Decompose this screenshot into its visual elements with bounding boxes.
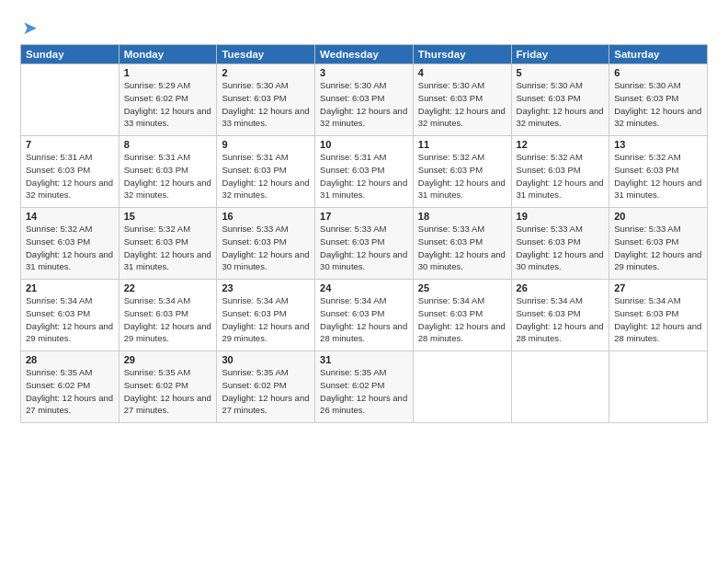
logo: ➤ <box>20 17 38 39</box>
calendar-cell: 12Sunrise: 5:32 AM Sunset: 6:03 PM Dayli… <box>511 136 609 208</box>
week-row-3: 14Sunrise: 5:32 AM Sunset: 6:03 PM Dayli… <box>21 208 708 280</box>
calendar-cell: 4Sunrise: 5:30 AM Sunset: 6:03 PM Daylig… <box>413 64 511 136</box>
day-number: 3 <box>320 67 408 78</box>
day-number: 11 <box>418 139 506 150</box>
day-number: 25 <box>418 282 506 293</box>
calendar-cell: 2Sunrise: 5:30 AM Sunset: 6:03 PM Daylig… <box>217 64 315 136</box>
calendar-cell: 3Sunrise: 5:30 AM Sunset: 6:03 PM Daylig… <box>315 64 414 136</box>
day-number: 12 <box>517 139 605 150</box>
day-info: Sunrise: 5:33 AM Sunset: 6:03 PM Dayligh… <box>517 223 605 273</box>
day-info: Sunrise: 5:30 AM Sunset: 6:03 PM Dayligh… <box>222 79 310 130</box>
day-info: Sunrise: 5:35 AM Sunset: 6:02 PM Dayligh… <box>124 366 212 417</box>
day-number: 20 <box>614 211 702 222</box>
day-number: 6 <box>614 67 702 78</box>
calendar-cell: 18Sunrise: 5:33 AM Sunset: 6:03 PM Dayli… <box>413 208 511 280</box>
calendar-cell: 23Sunrise: 5:34 AM Sunset: 6:03 PM Dayli… <box>217 280 315 351</box>
page: ➤ SundayMondayTuesdayWednesdayThursdayFr… <box>0 0 728 432</box>
calendar-cell: 30Sunrise: 5:35 AM Sunset: 6:02 PM Dayli… <box>217 351 315 423</box>
calendar-cell <box>609 351 708 423</box>
week-row-5: 28Sunrise: 5:35 AM Sunset: 6:02 PM Dayli… <box>21 351 708 423</box>
day-info: Sunrise: 5:31 AM Sunset: 6:03 PM Dayligh… <box>26 151 114 201</box>
day-number: 24 <box>320 282 408 293</box>
day-info: Sunrise: 5:35 AM Sunset: 6:02 PM Dayligh… <box>222 366 310 417</box>
day-number: 22 <box>124 282 212 293</box>
calendar-cell <box>413 351 511 423</box>
day-number: 8 <box>124 139 212 150</box>
day-number: 16 <box>222 211 310 222</box>
calendar-cell: 21Sunrise: 5:34 AM Sunset: 6:03 PM Dayli… <box>21 280 119 351</box>
calendar-cell: 8Sunrise: 5:31 AM Sunset: 6:03 PM Daylig… <box>119 136 217 208</box>
day-number: 2 <box>222 67 310 78</box>
day-number: 18 <box>418 211 506 222</box>
day-info: Sunrise: 5:35 AM Sunset: 6:02 PM Dayligh… <box>26 366 114 417</box>
day-info: Sunrise: 5:30 AM Sunset: 6:03 PM Dayligh… <box>320 79 408 130</box>
week-row-2: 7Sunrise: 5:31 AM Sunset: 6:03 PM Daylig… <box>21 136 708 208</box>
calendar-cell: 22Sunrise: 5:34 AM Sunset: 6:03 PM Dayli… <box>119 280 217 351</box>
day-number: 29 <box>124 354 212 365</box>
day-info: Sunrise: 5:34 AM Sunset: 6:03 PM Dayligh… <box>517 294 605 345</box>
day-info: Sunrise: 5:32 AM Sunset: 6:03 PM Dayligh… <box>418 151 506 201</box>
logo-bird-icon: ➤ <box>22 17 38 39</box>
day-info: Sunrise: 5:30 AM Sunset: 6:03 PM Dayligh… <box>418 79 506 130</box>
day-header-tuesday: Tuesday <box>217 45 315 64</box>
day-header-saturday: Saturday <box>609 45 708 64</box>
day-number: 13 <box>614 139 702 150</box>
calendar-cell <box>511 351 609 423</box>
day-number: 10 <box>320 139 408 150</box>
day-info: Sunrise: 5:34 AM Sunset: 6:03 PM Dayligh… <box>320 294 408 345</box>
calendar-cell: 6Sunrise: 5:30 AM Sunset: 6:03 PM Daylig… <box>609 64 708 136</box>
day-info: Sunrise: 5:30 AM Sunset: 6:03 PM Dayligh… <box>517 79 605 130</box>
calendar-cell: 11Sunrise: 5:32 AM Sunset: 6:03 PM Dayli… <box>413 136 511 208</box>
header: ➤ <box>20 17 708 39</box>
week-row-4: 21Sunrise: 5:34 AM Sunset: 6:03 PM Dayli… <box>21 280 708 351</box>
day-header-sunday: Sunday <box>21 45 119 64</box>
day-info: Sunrise: 5:32 AM Sunset: 6:03 PM Dayligh… <box>26 223 114 273</box>
calendar-cell: 24Sunrise: 5:34 AM Sunset: 6:03 PM Dayli… <box>315 280 414 351</box>
day-header-wednesday: Wednesday <box>315 45 414 64</box>
day-info: Sunrise: 5:31 AM Sunset: 6:03 PM Dayligh… <box>320 151 408 201</box>
calendar-cell: 7Sunrise: 5:31 AM Sunset: 6:03 PM Daylig… <box>21 136 119 208</box>
day-info: Sunrise: 5:33 AM Sunset: 6:03 PM Dayligh… <box>222 223 310 273</box>
day-info: Sunrise: 5:33 AM Sunset: 6:03 PM Dayligh… <box>320 223 408 273</box>
calendar-cell: 17Sunrise: 5:33 AM Sunset: 6:03 PM Dayli… <box>315 208 414 280</box>
day-info: Sunrise: 5:34 AM Sunset: 6:03 PM Dayligh… <box>614 294 702 345</box>
day-info: Sunrise: 5:34 AM Sunset: 6:03 PM Dayligh… <box>124 294 212 345</box>
day-info: Sunrise: 5:32 AM Sunset: 6:03 PM Dayligh… <box>614 151 702 201</box>
calendar-cell: 26Sunrise: 5:34 AM Sunset: 6:03 PM Dayli… <box>511 280 609 351</box>
day-header-thursday: Thursday <box>413 45 511 64</box>
calendar-cell: 10Sunrise: 5:31 AM Sunset: 6:03 PM Dayli… <box>315 136 414 208</box>
day-number: 28 <box>26 354 114 365</box>
calendar-cell: 25Sunrise: 5:34 AM Sunset: 6:03 PM Dayli… <box>413 280 511 351</box>
day-info: Sunrise: 5:29 AM Sunset: 6:02 PM Dayligh… <box>124 79 212 130</box>
day-number: 26 <box>517 282 605 293</box>
day-number: 4 <box>418 67 506 78</box>
day-number: 5 <box>517 67 605 78</box>
day-number: 9 <box>222 139 310 150</box>
day-number: 27 <box>614 282 702 293</box>
day-number: 17 <box>320 211 408 222</box>
calendar-cell: 9Sunrise: 5:31 AM Sunset: 6:03 PM Daylig… <box>217 136 315 208</box>
day-header-friday: Friday <box>511 45 609 64</box>
day-number: 15 <box>124 211 212 222</box>
week-row-1: 1Sunrise: 5:29 AM Sunset: 6:02 PM Daylig… <box>21 64 708 136</box>
day-info: Sunrise: 5:34 AM Sunset: 6:03 PM Dayligh… <box>222 294 310 345</box>
day-info: Sunrise: 5:31 AM Sunset: 6:03 PM Dayligh… <box>124 151 212 201</box>
calendar-cell: 5Sunrise: 5:30 AM Sunset: 6:03 PM Daylig… <box>511 64 609 136</box>
calendar-cell: 19Sunrise: 5:33 AM Sunset: 6:03 PM Dayli… <box>511 208 609 280</box>
calendar-cell: 15Sunrise: 5:32 AM Sunset: 6:03 PM Dayli… <box>119 208 217 280</box>
day-info: Sunrise: 5:32 AM Sunset: 6:03 PM Dayligh… <box>517 151 605 201</box>
calendar-table: SundayMondayTuesdayWednesdayThursdayFrid… <box>20 44 708 423</box>
calendar-cell: 14Sunrise: 5:32 AM Sunset: 6:03 PM Dayli… <box>21 208 119 280</box>
calendar-cell: 28Sunrise: 5:35 AM Sunset: 6:02 PM Dayli… <box>21 351 119 423</box>
day-info: Sunrise: 5:32 AM Sunset: 6:03 PM Dayligh… <box>124 223 212 273</box>
day-number: 7 <box>26 139 114 150</box>
calendar-cell: 16Sunrise: 5:33 AM Sunset: 6:03 PM Dayli… <box>217 208 315 280</box>
day-number: 31 <box>320 354 408 365</box>
day-number: 1 <box>124 67 212 78</box>
calendar-cell: 1Sunrise: 5:29 AM Sunset: 6:02 PM Daylig… <box>119 64 217 136</box>
calendar-cell: 27Sunrise: 5:34 AM Sunset: 6:03 PM Dayli… <box>609 280 708 351</box>
calendar-cell: 31Sunrise: 5:35 AM Sunset: 6:02 PM Dayli… <box>315 351 414 423</box>
day-info: Sunrise: 5:34 AM Sunset: 6:03 PM Dayligh… <box>26 294 114 345</box>
calendar-cell: 20Sunrise: 5:33 AM Sunset: 6:03 PM Dayli… <box>609 208 708 280</box>
day-info: Sunrise: 5:35 AM Sunset: 6:02 PM Dayligh… <box>320 366 408 417</box>
